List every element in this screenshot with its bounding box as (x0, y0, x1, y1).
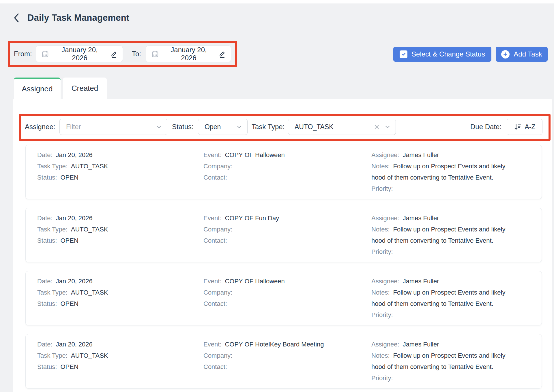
top-strip (0, 0, 554, 3)
date-field-label: Date: (37, 214, 53, 222)
task-type-field-label: Task Type: (37, 226, 68, 233)
task-status-value: OPEN (60, 237, 78, 244)
company-field-label: Company: (203, 163, 232, 170)
contact-field-label: Contact: (203, 300, 227, 307)
priority-field-label: Priority: (371, 248, 393, 255)
task-card[interactable]: Date:Jan 20, 2026 Task Type:AUTO_TASK St… (25, 271, 542, 325)
assignee-field-label: Assignee: (371, 214, 399, 222)
priority-field-label: Priority: (371, 311, 393, 318)
from-date-picker[interactable]: January 20, 2026 (36, 46, 123, 62)
task-type-value: AUTO_TASK (71, 289, 108, 296)
select-change-status-button[interactable]: Select & Change Status (393, 47, 491, 62)
task-type-field-label: Task Type: (37, 163, 68, 170)
add-task-label: Add Task (514, 50, 542, 58)
event-field-label: Event: (203, 151, 221, 159)
status-field-label: Status: (37, 174, 57, 181)
company-field-label: Company: (203, 289, 232, 296)
task-event-value: COPY OF HotelKey Board Meeting (225, 341, 324, 348)
from-date-value: January 20, 2026 (54, 46, 106, 62)
task-type-value: AUTO_TASK (71, 163, 108, 170)
event-field-label: Event: (203, 341, 221, 348)
task-card[interactable]: Date:Jan 20, 2026 Task Type:AUTO_TASK St… (25, 334, 542, 389)
company-field-label: Company: (203, 352, 232, 359)
task-date-value: Jan 20, 2026 (56, 341, 93, 348)
notes-field-label: Notes: (371, 226, 390, 233)
checkbox-checked-icon (400, 50, 407, 58)
add-task-button[interactable]: Add Task (496, 47, 548, 62)
to-label: To: (132, 46, 141, 62)
assignee-field-label: Assignee: (371, 341, 399, 348)
assignee-placeholder: Filter (66, 123, 156, 131)
task-card-right-column: Assignee:James Fuller Notes:Follow up on… (371, 339, 530, 388)
page-title: Daily Task Management (27, 13, 129, 23)
priority-field-label: Priority: (371, 185, 393, 192)
due-date-sort-button[interactable]: A-Z (507, 119, 542, 135)
task-event-value: COPY OF Fun Day (225, 214, 279, 222)
task-type-field-label: Task Type: (37, 352, 68, 359)
notes-field-label: Notes: (371, 163, 390, 170)
task-card[interactable]: Date:Jan 20, 2026 Task Type:AUTO_TASK St… (25, 145, 542, 199)
back-button[interactable] (11, 12, 21, 24)
task-date-value: Jan 20, 2026 (56, 214, 93, 222)
task-card-middle-column: Event:COPY OF Fun Day Company: Contact: (203, 212, 371, 262)
task-type-field-label: Task Type: (37, 289, 68, 296)
status-value: Open (205, 123, 236, 131)
tab-assigned-label: Assigned (22, 84, 53, 93)
task-card-middle-column: Event:COPY OF Halloween Company: Contact… (203, 276, 371, 325)
task-date-value: Jan 20, 2026 (56, 151, 93, 159)
task-card[interactable]: Date:Jan 20, 2026 Task Type:AUTO_TASK St… (25, 208, 542, 262)
contact-field-label: Contact: (203, 237, 227, 244)
chevron-down-icon (384, 123, 391, 130)
calendar-icon (151, 50, 159, 58)
sort-button-label: A-Z (525, 123, 535, 131)
task-card-left-column: Date:Jan 20, 2026 Task Type:AUTO_TASK St… (37, 149, 203, 199)
task-status-value: OPEN (60, 363, 78, 370)
notes-field-label: Notes: (371, 352, 390, 359)
status-select[interactable]: Open (198, 119, 248, 135)
contact-field-label: Contact: (203, 363, 227, 370)
company-field-label: Company: (203, 226, 232, 233)
task-assignee-value: James Fuller (403, 151, 439, 159)
task-status-value: OPEN (60, 300, 78, 307)
contact-field-label: Contact: (203, 174, 227, 181)
chevron-left-icon (13, 13, 20, 23)
to-date-value: January 20, 2026 (164, 46, 214, 62)
task-notes-value: Follow up on Prospect Events and likely … (371, 163, 505, 181)
chevron-down-icon (156, 123, 162, 130)
task-status-value: OPEN (60, 174, 78, 181)
task-type-select[interactable]: AUTO_TASK (288, 119, 396, 135)
task-card-middle-column: Event:COPY OF HotelKey Board Meeting Com… (203, 339, 371, 388)
task-date-value: Jan 20, 2026 (56, 278, 93, 285)
task-type-value: AUTO_TASK (71, 226, 108, 233)
task-card-left-column: Date:Jan 20, 2026 Task Type:AUTO_TASK St… (37, 276, 203, 325)
chevron-down-icon (236, 123, 243, 130)
sort-descending-icon (514, 123, 522, 131)
task-assignee-value: James Fuller (403, 214, 439, 222)
event-field-label: Event: (203, 214, 221, 222)
from-label: From: (14, 46, 32, 62)
select-change-status-label: Select & Change Status (411, 50, 485, 58)
task-card-left-column: Date:Jan 20, 2026 Task Type:AUTO_TASK St… (37, 212, 203, 262)
task-event-value: COPY OF Halloween (225, 151, 285, 159)
tab-assigned[interactable]: Assigned (14, 78, 61, 99)
notes-field-label: Notes: (371, 289, 390, 296)
task-card-middle-column: Event:COPY OF Halloween Company: Contact… (203, 149, 371, 199)
task-notes-value: Follow up on Prospect Events and likely … (371, 289, 505, 307)
assignee-field-label: Assignee: (371, 151, 399, 159)
task-card-right-column: Assignee:James Fuller Notes:Follow up on… (371, 276, 530, 325)
clear-x-icon[interactable] (373, 124, 380, 130)
edit-pencil-icon[interactable] (110, 50, 118, 58)
status-field-label: Status: (37, 300, 57, 307)
to-date-picker[interactable]: January 20, 2026 (146, 46, 231, 62)
status-label: Status: (172, 119, 194, 135)
tab-created[interactable]: Created (63, 78, 107, 99)
date-field-label: Date: (37, 341, 53, 348)
task-notes-value: Follow up on Prospect Events and likely … (371, 226, 505, 244)
event-field-label: Event: (203, 278, 221, 285)
tab-created-label: Created (72, 84, 98, 93)
assignee-field-label: Assignee: (371, 278, 399, 285)
edit-pencil-icon[interactable] (218, 50, 226, 58)
assignee-select[interactable]: Filter (59, 119, 167, 135)
task-card-right-column: Assignee:James Fuller Notes:Follow up on… (371, 212, 530, 262)
date-field-label: Date: (37, 151, 53, 159)
